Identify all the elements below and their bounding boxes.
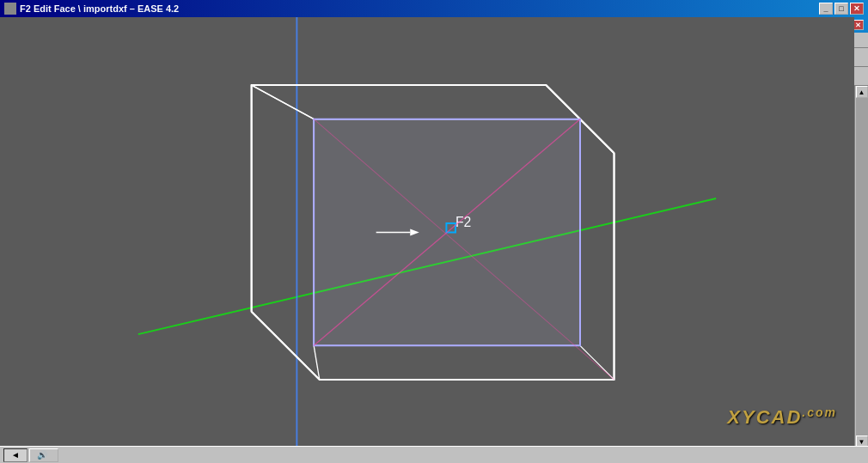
taskbar-icon: 🔊 [37,450,47,460]
minimize-button[interactable]: _ [819,3,833,15]
app-icon [4,3,16,15]
main-titlebar: F2 Edit Face \ importdxf – EASE 4.2 _ □ … [0,0,868,17]
maximize-button[interactable]: □ [834,3,848,15]
close-button[interactable]: ✕ [850,3,864,15]
viewport-scrollbar[interactable]: ▲ ▼ [854,86,868,448]
3d-scene[interactable]: F2 XYCAD.com [0,17,854,448]
xycad-logo: XYCAD.com [727,405,837,429]
3d-viewport-svg: F2 [0,17,854,448]
taskbar-arrow[interactable]: ◄ [3,448,28,462]
scroll-track[interactable] [856,98,868,436]
taskbar: ◄ 🔊 [0,446,868,463]
viewport-panel: ct importdxf – EASE 4.2 _ □ ✕ View Inser… [0,17,868,463]
taskbar-app-btn[interactable]: 🔊 [29,448,58,462]
scroll-up-btn[interactable]: ▲ [856,86,868,98]
titlebar-buttons: _ □ ✕ [819,3,864,15]
main-title: F2 Edit Face \ importdxf – EASE 4.2 [20,3,179,14]
